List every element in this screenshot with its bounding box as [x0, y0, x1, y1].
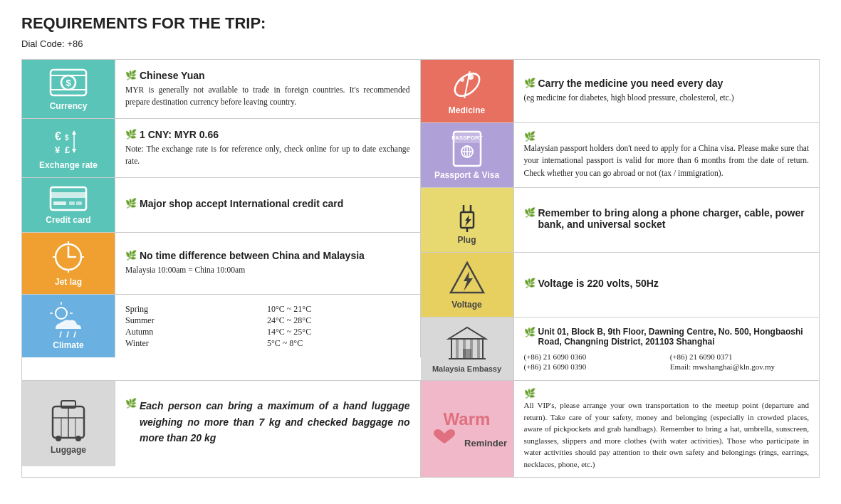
medicine-leaf-icon: 🌿 [524, 78, 536, 89]
svg-rect-12 [51, 187, 86, 210]
voltage-icon [448, 260, 486, 297]
spring-label: Spring [125, 304, 253, 315]
warm-reminder-body: All VIP's, please arrange your own trans… [524, 399, 810, 470]
credit-card-icon [49, 185, 88, 212]
credit-card-row: Credit card 🌿 Major shop accept Internat… [22, 178, 421, 233]
medicine-content: 🌿 Carry the medicine you need every day … [513, 60, 820, 122]
plug-icon [448, 195, 486, 232]
medicine-heading: Carry the medicine you need every day [538, 78, 724, 89]
luggage-heading: Each person can bring a maximum of a han… [140, 398, 410, 446]
svg-text:$: $ [65, 134, 69, 142]
credit-card-leaf-icon: 🌿 [125, 198, 137, 209]
voltage-leaf-icon: 🌿 [524, 278, 536, 289]
passport-body: Malaysian passport holders don't need to… [524, 142, 810, 179]
warm-reminder-content: 🌿 All VIP's, please arrange your own tra… [513, 381, 820, 477]
embassy-row: Malaysia Embassy 🌿 Unit 01, Block B, 9th… [421, 317, 820, 380]
bottom-right: Warm Reminder 🌿 All VIP's, please arrang… [421, 381, 820, 477]
exchange-rate-icon-cell: € $ ¥ £ Exchange rate [22, 119, 115, 177]
svg-rect-56 [463, 349, 471, 359]
svg-text:£: £ [65, 145, 70, 155]
warm-reminder-leaf-icon: 🌿 [524, 388, 536, 399]
svg-rect-15 [69, 201, 75, 205]
svg-marker-47 [465, 215, 471, 226]
plug-heading: Remember to bring along a phone charger,… [538, 207, 810, 230]
svg-rect-54 [477, 339, 480, 359]
plug-leaf-icon: 🌿 [524, 207, 536, 219]
exchange-rate-heading: 1 CNY: MYR 0.66 [140, 129, 219, 140]
voltage-heading: Voltage is 220 volts, 50Hz [538, 278, 659, 289]
exchange-rate-content: 🌿 1 CNY: MYR 0.66 Note: The exchange rat… [115, 119, 420, 177]
summer-label: Summer [125, 315, 253, 326]
page-title: REQUIREMENTS FOR THE TRIP: [21, 14, 820, 33]
embassy-phone2: (+86) 21 6090 0371 [670, 352, 809, 361]
svg-line-30 [67, 332, 68, 337]
warm-reminder-row: Warm Reminder 🌿 All VIP's, please arrang… [421, 381, 820, 477]
climate-row: Climate Spring10°C ~ 21°C Summer24°C ~ 2… [22, 295, 421, 357]
embassy-leaf-icon: 🌿 [524, 327, 536, 338]
embassy-phone1: (+86) 21 6090 0360 [524, 352, 663, 361]
svg-marker-10 [72, 130, 76, 135]
passport-leaf-icon: 🌿 [524, 131, 536, 142]
luggage-icon-cell: Luggage [22, 381, 115, 466]
luggage-icon [47, 392, 90, 442]
exchange-rate-body: Note: The exchange rate is for reference… [125, 143, 410, 168]
currency-icon-cell: $ Currency [22, 60, 115, 118]
warm-reminder-heart-icon [427, 429, 462, 446]
plug-row: Plug 🌿 Remember to bring along a phone c… [421, 188, 820, 253]
medicine-body: (eg medicine for diabetes, high blood pr… [524, 92, 810, 104]
svg-text:$: $ [66, 78, 71, 88]
jet-lag-heading: No time difference between China and Mal… [140, 250, 365, 261]
autumn-label: Autumn [125, 327, 253, 337]
exchange-rate-icon: € $ ¥ £ [49, 126, 88, 157]
warm-reminder-icon-cell: Warm Reminder [421, 381, 513, 477]
svg-point-35 [468, 74, 474, 80]
svg-marker-49 [464, 271, 473, 291]
luggage-leaf-icon: 🌿 [125, 398, 137, 409]
svg-line-31 [74, 332, 75, 337]
embassy-phone3: (+86) 21 6090 0390 [524, 362, 663, 371]
embassy-heading: Unit 01, Block B, 9th Floor, Dawning Cen… [538, 327, 810, 347]
svg-point-62 [56, 436, 61, 441]
spring-range: 10°C ~ 21°C [267, 304, 409, 315]
climate-icon [47, 302, 90, 337]
jet-lag-leaf-icon: 🌿 [125, 250, 137, 261]
plug-content: 🌿 Remember to bring along a phone charge… [513, 188, 820, 252]
svg-line-29 [60, 332, 61, 337]
left-column: $ Currency 🌿 Chinese Yuan MYR is general… [22, 60, 421, 380]
svg-text:¥: ¥ [55, 145, 61, 155]
passport-icon-cell: PASSPORT Passport & Visa [421, 123, 513, 187]
main-grid: $ Currency 🌿 Chinese Yuan MYR is general… [21, 59, 820, 381]
svg-text:€: € [55, 130, 61, 142]
svg-text:PASSPORT: PASSPORT [451, 135, 483, 141]
svg-point-24 [56, 308, 67, 319]
svg-point-63 [75, 436, 81, 441]
bottom-grid: Luggage 🌿 Each person can bring a maximu… [21, 381, 820, 478]
credit-card-heading: Major shop accept International credit c… [140, 198, 343, 209]
currency-heading: Chinese Yuan [140, 70, 205, 81]
currency-icon: $ [49, 67, 88, 98]
embassy-icon-cell: Malaysia Embassy [421, 317, 513, 380]
currency-row: $ Currency 🌿 Chinese Yuan MYR is general… [22, 60, 421, 119]
svg-rect-13 [51, 192, 86, 198]
voltage-row: Voltage 🌿 Voltage is 220 volts, 50Hz [421, 253, 820, 317]
jet-lag-content: 🌿 No time difference between China and M… [115, 233, 420, 294]
voltage-content: 🌿 Voltage is 220 volts, 50Hz [513, 253, 820, 317]
embassy-content: 🌿 Unit 01, Block B, 9th Floor, Dawning C… [513, 317, 820, 380]
passport-icon: PASSPORT [448, 130, 486, 167]
svg-rect-16 [76, 201, 82, 205]
dial-code: Dial Code: +86 [21, 38, 820, 49]
credit-card-content: 🌿 Major shop accept International credit… [115, 178, 420, 232]
right-column: Medicine 🌿 Carry the medicine you need e… [421, 60, 820, 380]
svg-marker-11 [72, 149, 76, 153]
luggage-row: Luggage 🌿 Each person can bring a maximu… [22, 381, 420, 466]
medicine-icon [448, 67, 486, 103]
medicine-icon-cell: Medicine [421, 60, 513, 122]
jet-lag-icon-cell: Jet lag [22, 233, 115, 294]
embassy-icon [446, 325, 489, 362]
svg-rect-14 [53, 201, 66, 205]
exchange-leaf-icon: 🌿 [125, 129, 137, 140]
plug-icon-cell: Plug [421, 188, 513, 252]
embassy-contacts: (+86) 21 6090 0360 (+86) 21 6090 0371 (+… [524, 352, 810, 371]
bottom-left: Luggage 🌿 Each person can bring a maximu… [22, 381, 421, 477]
climate-icon-cell: Climate [22, 295, 115, 357]
